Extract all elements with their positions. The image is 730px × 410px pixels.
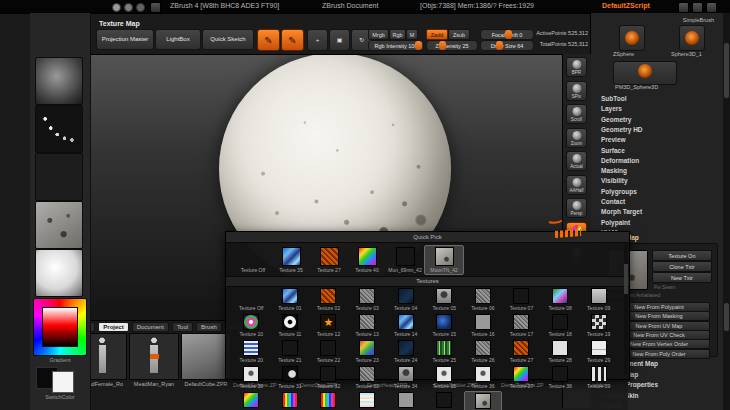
texture-thumbnail[interactable] xyxy=(591,314,607,330)
quick-pick-item[interactable]: Texture 27 xyxy=(310,245,348,275)
texture-grid-item[interactable]: Texture 35 xyxy=(425,365,464,390)
right-scrollbar-thumb[interactable] xyxy=(724,303,729,331)
move-mode-button[interactable]: + xyxy=(307,29,328,51)
texture-thumbnail[interactable] xyxy=(591,366,607,382)
menu-item[interactable]: Texture xyxy=(569,20,592,21)
texture-grid-item[interactable]: Texture 23 xyxy=(348,339,387,364)
tool-section-header[interactable]: Geometry xyxy=(601,116,631,123)
menu-item[interactable]: Marker xyxy=(335,20,357,21)
texture-thumbnail[interactable] xyxy=(359,392,375,408)
rgb-button[interactable]: Rgb xyxy=(389,29,406,40)
texture-grid-item[interactable]: Texture 04 xyxy=(386,287,425,312)
texture-thumbnail[interactable] xyxy=(513,366,529,382)
right-scrollbar[interactable] xyxy=(723,13,730,410)
texture-thumbnail[interactable] xyxy=(398,314,414,330)
texture-thumbnail[interactable] xyxy=(282,366,298,382)
edit-mode-button[interactable]: ✎ xyxy=(257,29,280,51)
m-button[interactable]: M xyxy=(406,29,418,40)
texture-grid-item[interactable]: Texture 42 xyxy=(309,391,348,410)
texture-thumbnail[interactable] xyxy=(513,288,529,304)
texture-thumbnail[interactable] xyxy=(359,314,375,330)
shelf-button[interactable]: Persp xyxy=(566,198,587,218)
texture-thumbnail[interactable] xyxy=(320,314,336,330)
texture-grid-item[interactable]: Texture 13 xyxy=(348,313,387,338)
project-name[interactable]: Dem xyxy=(635,382,702,388)
texture-thumbnail[interactable] xyxy=(243,392,259,408)
lightbox-tab[interactable]: Document xyxy=(132,322,169,332)
default-zscript-button[interactable]: DefaultZScript xyxy=(602,2,650,9)
texture-grid-item[interactable]: Texture 12 xyxy=(309,313,348,338)
project-thumbnail[interactable] xyxy=(129,333,179,380)
new-texture-button[interactable]: New Txtr xyxy=(652,272,712,283)
secondary-color-swatch[interactable] xyxy=(52,371,74,393)
texture-grid-item[interactable]: Texture 24 xyxy=(386,339,425,364)
menu-item[interactable]: Render xyxy=(487,20,510,21)
menu-item[interactable]: Draw xyxy=(207,20,223,21)
tool-section-header[interactable]: Masking xyxy=(601,167,627,174)
tool-section-header[interactable]: Layers xyxy=(601,105,622,112)
texture-thumbnail[interactable] xyxy=(436,392,452,408)
users-icon[interactable] xyxy=(678,2,689,13)
lightbox-project-tile[interactable]: MeadMan_Ryan xyxy=(130,333,178,387)
texture-grid-item[interactable]: Texture 40 xyxy=(232,391,271,410)
menu-item[interactable]: Edit xyxy=(229,20,241,21)
window-zoom-button[interactable] xyxy=(136,3,145,12)
texture-thumbnail[interactable] xyxy=(243,314,259,330)
texture-thumbnail[interactable] xyxy=(552,366,568,382)
texture-thumbnail[interactable] xyxy=(282,247,301,266)
texture-thumbnail[interactable] xyxy=(320,340,336,356)
current-brush-swatch[interactable] xyxy=(35,57,83,105)
scale-mode-button[interactable]: ▣ xyxy=(329,29,350,51)
texture-thumbnail[interactable] xyxy=(359,340,375,356)
texture-thumbnail[interactable] xyxy=(243,366,259,382)
texture-thumbnail[interactable] xyxy=(436,366,452,382)
texture-grid-item[interactable]: Texture Off xyxy=(232,287,271,312)
menu-item[interactable]: Movie xyxy=(393,20,412,21)
texture-grid-item[interactable]: Texture 10 xyxy=(232,313,271,338)
draw-size-slider[interactable]: Draw Size 64 xyxy=(480,40,534,51)
slider-nub[interactable] xyxy=(439,41,446,50)
texture-thumbnail[interactable] xyxy=(552,340,568,356)
texture-grid-item[interactable]: Texture 06 xyxy=(464,287,503,312)
texture-thumbnail[interactable] xyxy=(398,288,414,304)
texture-thumbnail[interactable] xyxy=(243,340,259,356)
texture-grid-item[interactable]: Texture 21 xyxy=(271,339,310,364)
window-minimize-button[interactable] xyxy=(124,3,133,12)
texture-grid-item[interactable]: Texture 31 xyxy=(271,365,310,390)
texture-thumbnail[interactable] xyxy=(591,340,607,356)
color-picker-inner[interactable] xyxy=(42,307,78,347)
lightbox-tab[interactable]: Tool xyxy=(172,322,193,332)
texture-grid-item[interactable]: Texture 33 xyxy=(348,365,387,390)
texture-grid-item[interactable]: Texture 19 xyxy=(579,313,618,338)
texture-thumbnail[interactable] xyxy=(475,314,491,330)
texture-grid-item[interactable]: Texture 32 xyxy=(309,365,348,390)
texture-grid-item[interactable]: Texture 44 xyxy=(386,391,425,410)
texture-thumbnail[interactable] xyxy=(475,340,491,356)
texture-thumbnail[interactable] xyxy=(282,314,298,330)
texture-thumbnail[interactable] xyxy=(552,314,568,330)
quick-pick-item[interactable]: Texture 35 xyxy=(272,245,310,275)
tool-section-header[interactable]: Surface xyxy=(601,147,625,154)
texture-thumbnail[interactable] xyxy=(282,392,298,408)
texture-grid-item[interactable]: Texture 28 xyxy=(541,339,580,364)
texture-grid-item[interactable]: MoonTN_42 xyxy=(464,391,503,410)
color-picker[interactable] xyxy=(33,298,87,356)
texture-grid-item[interactable]: Texture 34 xyxy=(386,365,425,390)
shelf-button[interactable]: Scroll xyxy=(566,104,587,124)
texture-grid-item[interactable]: Texture 41 xyxy=(271,391,310,410)
texture-grid-item[interactable]: Texture 02 xyxy=(309,287,348,312)
alpha-swatch[interactable] xyxy=(35,153,83,201)
tool-section-header[interactable]: Geometry HD xyxy=(601,126,643,133)
popup-scrollbar[interactable] xyxy=(624,244,628,375)
texture-grid-item[interactable]: Texture 11 xyxy=(271,313,310,338)
texture-grid-item[interactable]: Mask_50nm_42 xyxy=(425,391,464,410)
right-scrollbar-thumb[interactable] xyxy=(724,43,729,98)
texture-on-button[interactable]: Texture On xyxy=(652,250,712,261)
texture-thumbnail[interactable] xyxy=(513,340,529,356)
menu-item[interactable]: Light xyxy=(288,20,303,21)
texture-thumbnail[interactable] xyxy=(435,247,454,266)
texture-thumbnail[interactable] xyxy=(475,393,491,409)
lightbox-button[interactable]: LightBox xyxy=(155,29,201,50)
texture-thumbnail[interactable] xyxy=(513,314,529,330)
tool-section-header[interactable]: SubTool xyxy=(601,95,627,102)
